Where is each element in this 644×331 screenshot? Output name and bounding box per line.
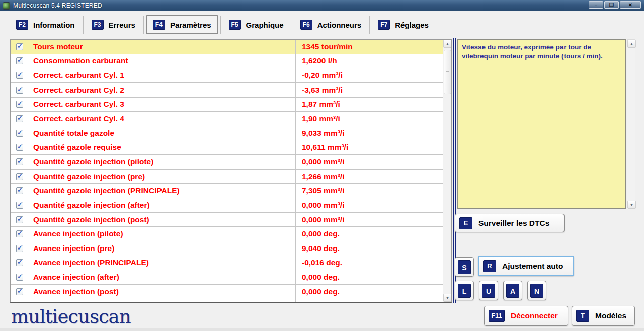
n-button[interactable]: N bbox=[527, 281, 546, 300]
row-checkbox[interactable]: ✓ bbox=[16, 144, 23, 151]
parameter-value: 1,87 mm³/i bbox=[295, 98, 443, 112]
scroll-down-icon[interactable]: ▼ bbox=[443, 294, 452, 302]
row-checkbox[interactable]: ✓ bbox=[16, 158, 23, 166]
row-checkbox[interactable]: ✓ bbox=[16, 202, 23, 209]
tab-label: Erreurs bbox=[109, 21, 135, 29]
parameter-name: Correct. carburant Cyl. 3 bbox=[29, 100, 295, 109]
table-row[interactable]: ✓Temps injection (pilote)0,000 ms bbox=[11, 299, 443, 303]
row-checkbox[interactable]: ✓ bbox=[16, 216, 23, 223]
key-badge-f11: F11 bbox=[489, 310, 505, 322]
parameters-rows: ✓Tours moteur1345 tour/min✓Consommation … bbox=[11, 40, 443, 303]
table-row[interactable]: ✓Quantité gazole injection (pilote)0,000… bbox=[11, 155, 443, 170]
tab-separator bbox=[143, 16, 144, 34]
check-icon: ✓ bbox=[17, 86, 23, 93]
check-icon: ✓ bbox=[17, 201, 23, 208]
table-row[interactable]: ✓Quantité gazole injection (PRINCIPALE)7… bbox=[11, 184, 443, 198]
row-checkbox[interactable]: ✓ bbox=[16, 43, 23, 50]
disconnect-button[interactable]: F11 Déconnecter bbox=[484, 306, 568, 326]
scrollbar-thumb[interactable] bbox=[444, 50, 451, 94]
table-row[interactable]: ✓Quantité gazole injection (pre)1,266 mm… bbox=[11, 170, 443, 184]
parameter-value: 1345 tour/min bbox=[295, 40, 443, 54]
row-checkbox-cell: ✓ bbox=[11, 241, 29, 256]
key-badge-s: S bbox=[458, 260, 471, 274]
l-button[interactable]: L bbox=[455, 281, 474, 300]
table-row[interactable]: ✓Correct. carburant Cyl. 1-0,20 mm³/i bbox=[11, 68, 443, 83]
u-button[interactable]: U bbox=[479, 281, 498, 300]
key-badge-l: L bbox=[458, 284, 471, 298]
tab-label: Paramètres bbox=[170, 21, 211, 29]
info-scrollbar[interactable]: ▲ ▼ bbox=[627, 39, 635, 209]
s-button[interactable]: S bbox=[455, 257, 474, 277]
row-checkbox[interactable]: ✓ bbox=[16, 87, 23, 94]
parameter-name: Quantité totale gazole bbox=[29, 129, 295, 138]
check-icon: ✓ bbox=[17, 244, 23, 252]
row-checkbox[interactable]: ✓ bbox=[16, 230, 23, 237]
parameter-name: Consommation carburant bbox=[29, 56, 295, 65]
row-checkbox[interactable]: ✓ bbox=[16, 57, 23, 64]
scroll-up-icon[interactable]: ▲ bbox=[627, 40, 636, 48]
row-checkbox-cell: ✓ bbox=[11, 126, 29, 140]
table-row[interactable]: ✓Quantité gazole injection (after)0,000 … bbox=[11, 198, 443, 213]
tab-paramètres[interactable]: F4Paramètres bbox=[146, 15, 218, 34]
scroll-down-icon[interactable]: ▼ bbox=[627, 201, 636, 209]
row-checkbox[interactable]: ✓ bbox=[16, 72, 23, 79]
table-row[interactable]: ✓Correct. carburant Cyl. 31,87 mm³/i bbox=[11, 98, 443, 112]
parameter-name: Avance injection (PRINCIPALE) bbox=[29, 258, 295, 267]
tab-information[interactable]: F2Information bbox=[10, 15, 81, 34]
tab-label: Graphique bbox=[246, 21, 284, 29]
parameter-name: Avance injection (after) bbox=[29, 273, 295, 282]
tab-graphique[interactable]: F5Graphique bbox=[223, 15, 290, 34]
table-row[interactable]: ✓Correct. carburant Cyl. 2-3,63 mm³/i bbox=[11, 83, 443, 98]
auto-adjust-button[interactable]: R Ajustement auto bbox=[478, 256, 574, 276]
window-controls: – ❐ ✕ bbox=[589, 1, 641, 9]
row-checkbox[interactable]: ✓ bbox=[16, 259, 23, 266]
restore-icon[interactable]: ❐ bbox=[604, 1, 619, 9]
row-checkbox[interactable]: ✓ bbox=[16, 101, 23, 108]
table-row[interactable]: ✓Avance injection (pilote)0,000 deg. bbox=[11, 227, 443, 241]
key-badge-f7: F7 bbox=[378, 20, 390, 30]
tab-réglages[interactable]: F7Réglages bbox=[372, 15, 435, 34]
key-badge-u: U bbox=[482, 284, 495, 298]
key-badge-t: T bbox=[576, 310, 589, 322]
parameter-description-text: Vitesse du moteur, exprimée par tour de … bbox=[462, 43, 603, 60]
close-icon[interactable]: ✕ bbox=[620, 1, 641, 9]
models-button[interactable]: T Modèles bbox=[572, 306, 635, 326]
table-row[interactable]: ✓Quantité gazole requise10,611 mm³/i bbox=[11, 140, 443, 155]
row-checkbox[interactable]: ✓ bbox=[16, 288, 23, 295]
row-checkbox-cell: ✓ bbox=[11, 285, 29, 299]
table-row[interactable]: ✓Correct. carburant Cyl. 41,90 mm³/i bbox=[11, 112, 443, 126]
row-checkbox-cell: ✓ bbox=[11, 54, 29, 68]
minimize-icon[interactable]: – bbox=[589, 1, 603, 9]
table-scrollbar[interactable]: ▲ ▼ bbox=[443, 40, 451, 302]
parameter-value: 0,000 ms bbox=[295, 299, 443, 303]
scroll-up-icon[interactable]: ▲ bbox=[443, 40, 452, 48]
check-icon: ✓ bbox=[17, 71, 23, 78]
row-checkbox[interactable]: ✓ bbox=[16, 173, 23, 180]
monitor-dtcs-button[interactable]: E Surveiller les DTCs bbox=[455, 214, 565, 232]
parameter-name: Quantité gazole requise bbox=[29, 143, 295, 152]
a-button[interactable]: A bbox=[503, 281, 522, 300]
check-icon: ✓ bbox=[17, 258, 23, 266]
row-checkbox-cell: ✓ bbox=[11, 68, 29, 82]
parameter-description-panel: Vitesse du moteur, exprimée par tour de … bbox=[457, 39, 626, 209]
table-row[interactable]: ✓Avance injection (post)0,000 deg. bbox=[11, 285, 443, 299]
check-icon: ✓ bbox=[17, 143, 23, 150]
parameter-value: 1,90 mm³/i bbox=[295, 112, 443, 126]
row-checkbox[interactable]: ✓ bbox=[16, 187, 23, 194]
table-row[interactable]: ✓Avance injection (PRINCIPALE)-0,016 deg… bbox=[11, 256, 443, 271]
tab-separator bbox=[83, 16, 84, 34]
tab-erreurs[interactable]: F3Erreurs bbox=[86, 15, 141, 34]
table-row[interactable]: ✓Quantité totale gazole9,033 mm³/i bbox=[11, 126, 443, 141]
row-checkbox[interactable]: ✓ bbox=[16, 130, 23, 137]
row-checkbox[interactable]: ✓ bbox=[16, 115, 23, 122]
table-row[interactable]: ✓Quantité gazole injection (post)0,000 m… bbox=[11, 213, 443, 227]
row-checkbox[interactable]: ✓ bbox=[16, 302, 23, 303]
row-checkbox[interactable]: ✓ bbox=[16, 245, 23, 252]
tab-actionneurs[interactable]: F6Actionneurs bbox=[294, 15, 368, 34]
row-checkbox[interactable]: ✓ bbox=[16, 274, 23, 281]
table-row[interactable]: ✓Consommation carburant1,6200 l/h bbox=[11, 54, 443, 69]
table-row[interactable]: ✓Avance injection (after)0,000 deg. bbox=[11, 270, 443, 285]
table-row[interactable]: ✓Tours moteur1345 tour/min bbox=[11, 40, 443, 54]
table-row[interactable]: ✓Avance injection (pre)9,040 deg. bbox=[11, 241, 443, 256]
parameter-name: Avance injection (pre) bbox=[29, 244, 295, 253]
